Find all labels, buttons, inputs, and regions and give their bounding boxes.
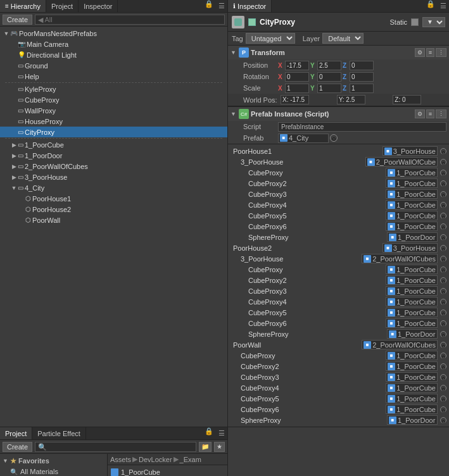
cp3c-picker[interactable]: ○: [440, 374, 446, 380]
3ph-row1-picker[interactable]: ○: [440, 159, 446, 165]
transform-header[interactable]: ▼ P Transform ⚙ ≡ ⋮: [228, 46, 449, 60]
tree-item-poorwall[interactable]: ⬡ PoorWall: [0, 215, 227, 225]
project-create-button[interactable]: Create: [3, 442, 32, 452]
cp3b-ref-icon: ■: [388, 287, 395, 295]
scale-y-input[interactable]: [317, 84, 341, 93]
4c-label: 4_City: [25, 184, 44, 192]
prefab-script-icon: C#: [239, 109, 249, 119]
project-menu-icon[interactable]: ☰: [216, 429, 227, 437]
sp1-picker[interactable]: ○: [440, 234, 446, 241]
cp4-picker[interactable]: ○: [440, 202, 446, 208]
transform-more-button[interactable]: ⋮: [436, 48, 446, 57]
cp4b-picker[interactable]: ○: [440, 299, 446, 305]
position-xyz: X Y Z: [278, 61, 446, 70]
prefab-menu-button[interactable]: ≡: [426, 110, 434, 118]
tree-item-poorhouse2[interactable]: ⬡ PoorHouse2: [0, 204, 227, 215]
hierarchy-menu-icon[interactable]: ☰: [216, 2, 227, 10]
position-z-input[interactable]: [350, 61, 374, 70]
cp6-picker[interactable]: ○: [440, 223, 446, 230]
cp3b-picker[interactable]: ○: [440, 288, 446, 294]
poorwall-picker[interactable]: ○: [440, 342, 446, 348]
inspector-lock-icon[interactable]: 🔒: [424, 0, 438, 12]
cp5c-picker[interactable]: ○: [440, 396, 446, 402]
3ph-row2-picker[interactable]: ○: [440, 256, 446, 262]
hierarchy-create-button[interactable]: Create: [3, 15, 32, 25]
poorhouse1-picker[interactable]: ○: [440, 148, 446, 154]
static-checkbox[interactable]: [411, 18, 419, 26]
sp1-ref-val: 1_PoorDoor: [398, 234, 435, 241]
tree-item-poorhouse1[interactable]: ⬡ PoorHouse1: [0, 193, 227, 204]
project-search-folder[interactable]: 📁: [199, 442, 212, 452]
cp1c-picker[interactable]: ○: [440, 353, 446, 359]
tab-project[interactable]: Project: [0, 427, 32, 439]
tree-item-4city[interactable]: ▼ ▭ 4_City: [0, 182, 227, 193]
all-materials-icon: 🔍: [10, 468, 18, 475]
rotation-z-input[interactable]: [350, 72, 374, 82]
tree-item-1poordoor[interactable]: ▶ ▭ 1_PoorDoor: [0, 150, 227, 161]
project-search-star[interactable]: ★: [214, 442, 225, 452]
all-materials-item[interactable]: 🔍 All Materials: [0, 467, 107, 476]
tree-item-2poorwall[interactable]: ▶ ▭ 2_PoorWallOfCubes: [0, 161, 227, 172]
inspector-menu-icon[interactable]: ☰: [438, 2, 449, 10]
cp1b-picker[interactable]: ○: [440, 266, 446, 273]
position-x-input[interactable]: [285, 61, 309, 70]
tag-dropdown[interactable]: Untagged: [246, 33, 295, 44]
scale-x-input[interactable]: [285, 84, 309, 93]
cp4c-picker[interactable]: ○: [440, 385, 446, 391]
hierarchy-lock-icon[interactable]: 🔒: [202, 0, 216, 12]
worldpos-y-input[interactable]: [337, 95, 365, 104]
tree-item-directional-light[interactable]: 💡 Directional Light: [0, 49, 227, 60]
tree-item-cubeproxy[interactable]: ▭ CubeProxy: [0, 94, 227, 105]
cp2-ref-icon: ■: [388, 180, 395, 187]
project-lock-icon[interactable]: 🔒: [202, 427, 216, 439]
tree-item-houseproxy[interactable]: ▭ HouseProxy: [0, 116, 227, 127]
tab-particle[interactable]: Particle Effect: [32, 427, 86, 439]
tab-inspector[interactable]: ℹ Inspector: [228, 0, 272, 12]
prefab-ref-picker[interactable]: ○: [330, 134, 338, 142]
tab-inspector-top[interactable]: Inspector: [79, 0, 118, 12]
transform-edit-button[interactable]: ⚙: [415, 48, 425, 57]
cp2-picker[interactable]: ○: [440, 180, 446, 187]
cp1-picker[interactable]: ○: [440, 170, 446, 176]
tab-hierarchy[interactable]: ≡ Hierarchy: [0, 0, 46, 12]
prefab-instance-header[interactable]: ▼ C# Prefab Instance (Script) ⚙ ≡ ⋮: [228, 107, 449, 121]
cp5-picker[interactable]: ○: [440, 213, 446, 219]
scale-z-input[interactable]: [350, 84, 374, 93]
hierarchy-search-input[interactable]: [35, 15, 225, 25]
tree-item-1poorcube[interactable]: ▶ ▭ 1_PoorCube: [0, 139, 227, 150]
prefab-more-button[interactable]: ⋮: [436, 110, 446, 118]
pw-label: PoorWall: [32, 216, 60, 224]
sp3-picker[interactable]: ○: [440, 417, 446, 423]
tree-item-cityproxy[interactable]: ▭ CityProxy: [0, 127, 227, 137]
tree-item-wallproxy[interactable]: ▭ WallProxy: [0, 105, 227, 116]
active-checkbox[interactable]: [248, 18, 256, 26]
tab-project-top[interactable]: Project: [46, 0, 79, 12]
tree-item-help[interactable]: ▭ Help: [0, 71, 227, 82]
project-search-input[interactable]: [35, 442, 196, 452]
worldpos-x-input[interactable]: [281, 95, 309, 104]
tree-item-kyleproxy[interactable]: ▭ KyleProxy: [0, 84, 227, 94]
tree-item-root[interactable]: ▼ 🎮 PoorMansNestedPrefabs: [0, 28, 227, 39]
rotation-x-input[interactable]: [285, 72, 309, 82]
cp2b-picker[interactable]: ○: [440, 277, 446, 284]
worldpos-z-input[interactable]: [393, 95, 421, 104]
sp2-picker[interactable]: ○: [440, 331, 446, 337]
layer-dropdown[interactable]: Default: [322, 33, 364, 44]
asset-1poorcube[interactable]: 1_PoorCube: [108, 467, 227, 476]
script-ref-input[interactable]: [278, 122, 446, 132]
tree-item-main-camera[interactable]: 📷 Main Camera: [0, 39, 227, 49]
static-dropdown[interactable]: ▼: [422, 17, 445, 27]
rotation-y-input[interactable]: [317, 72, 341, 82]
cp2c-picker[interactable]: ○: [440, 363, 446, 370]
poorhouse2-picker[interactable]: ○: [440, 245, 446, 251]
cp6c-picker[interactable]: ○: [440, 406, 446, 413]
prefab-edit-button[interactable]: ⚙: [415, 110, 425, 118]
cp5b-picker[interactable]: ○: [440, 310, 446, 316]
cp4-ref-val: 1_PoorCube: [396, 201, 436, 209]
position-y-input[interactable]: [317, 61, 341, 70]
transform-menu-button[interactable]: ≡: [426, 48, 434, 57]
cp3-picker[interactable]: ○: [440, 191, 446, 197]
tree-item-3poorhouse[interactable]: ▶ ▭ 3_PoorHouse: [0, 172, 227, 182]
cp6b-picker[interactable]: ○: [440, 320, 446, 327]
tree-item-ground[interactable]: ▭ Ground: [0, 60, 227, 71]
